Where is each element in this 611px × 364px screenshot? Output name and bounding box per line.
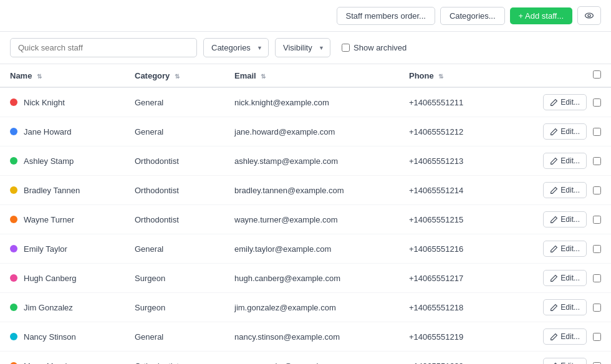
visibility-filter[interactable]: Visibility bbox=[275, 38, 330, 57]
show-archived-checkbox[interactable] bbox=[342, 44, 350, 52]
cell-name-4: Wayne Turner bbox=[0, 205, 125, 234]
staff-name-8: Nancy Stinson bbox=[24, 332, 76, 342]
search-input[interactable] bbox=[10, 38, 197, 57]
edit-button-6[interactable]: Edit... bbox=[543, 270, 587, 286]
cell-phone-5: +14065551216 bbox=[399, 234, 511, 264]
show-archived-text: Show archived bbox=[354, 43, 407, 52]
sort-icon-name: ⇅ bbox=[37, 73, 42, 80]
status-dot-0 bbox=[10, 98, 17, 106]
sort-icon-email: ⇅ bbox=[261, 73, 266, 80]
cell-actions-1: Edit... bbox=[511, 117, 611, 146]
cell-category-8: General bbox=[125, 322, 224, 352]
edit-icon-7 bbox=[550, 304, 558, 312]
visibility-filter-wrapper: Visibility bbox=[275, 38, 330, 57]
row-checkbox-7[interactable] bbox=[593, 304, 601, 312]
row-checkbox-4[interactable] bbox=[593, 216, 601, 224]
status-dot-4 bbox=[10, 216, 17, 223]
edit-icon-8 bbox=[550, 333, 558, 341]
staff-name-5: Emily Taylor bbox=[24, 244, 67, 254]
staff-name-3: Bradley Tannen bbox=[24, 186, 80, 195]
cell-name-1: Jane Howard bbox=[0, 117, 125, 146]
cell-phone-8: +14065551219 bbox=[399, 322, 511, 352]
edit-icon-6 bbox=[550, 274, 558, 282]
row-checkbox-6[interactable] bbox=[593, 274, 601, 282]
row-checkbox-3[interactable] bbox=[593, 186, 601, 194]
cell-email-5: emily.taylor@example.com bbox=[224, 234, 399, 264]
staff-table: Name ⇅ Category ⇅ Email ⇅ Phone ⇅ bbox=[0, 64, 611, 364]
svg-point-0 bbox=[585, 13, 594, 18]
row-checkbox-9[interactable] bbox=[593, 362, 601, 365]
edit-button-9[interactable]: Edit... bbox=[543, 358, 587, 364]
row-checkbox-5[interactable] bbox=[593, 245, 601, 253]
row-checkbox-2[interactable] bbox=[593, 157, 601, 165]
col-header-email: Email ⇅ bbox=[224, 64, 399, 87]
cell-name-7: Jim Gonzalez bbox=[0, 293, 125, 322]
status-dot-1 bbox=[10, 128, 17, 135]
cell-phone-7: +14065551218 bbox=[399, 293, 511, 322]
cell-category-0: General bbox=[125, 87, 224, 117]
col-header-phone: Phone ⇅ bbox=[399, 64, 511, 87]
cell-category-6: Surgeon bbox=[125, 264, 224, 293]
table-body: Nick Knight General nick.knight@example.… bbox=[0, 87, 611, 364]
categories-filter-wrapper: Categories bbox=[203, 38, 269, 57]
edit-button-2[interactable]: Edit... bbox=[543, 153, 587, 169]
cell-name-5: Emily Taylor bbox=[0, 234, 125, 264]
edit-button-4[interactable]: Edit... bbox=[543, 211, 587, 228]
cell-email-4: wayne.turner@example.com bbox=[224, 205, 399, 234]
svg-point-1 bbox=[588, 14, 590, 17]
status-dot-8 bbox=[10, 333, 17, 340]
cell-actions-4: Edit... bbox=[511, 205, 611, 234]
cell-category-2: Orthodontist bbox=[125, 146, 224, 176]
cell-actions-2: Edit... bbox=[511, 146, 611, 176]
eye-icon bbox=[584, 11, 594, 21]
cell-actions-5: Edit... bbox=[511, 234, 611, 264]
edit-icon-0 bbox=[550, 98, 558, 107]
categories-button[interactable]: Categories... bbox=[440, 7, 505, 25]
cell-email-9: marry.murphy@example.com bbox=[224, 352, 399, 365]
row-checkbox-1[interactable] bbox=[593, 128, 601, 136]
staff-name-1: Jane Howard bbox=[24, 127, 72, 136]
cell-category-5: General bbox=[125, 234, 224, 264]
edit-button-0[interactable]: Edit... bbox=[543, 94, 587, 110]
edit-button-3[interactable]: Edit... bbox=[543, 182, 587, 198]
col-header-actions bbox=[511, 64, 611, 87]
table-row: Nick Knight General nick.knight@example.… bbox=[0, 87, 611, 117]
cell-email-6: hugh.canberg@example.com bbox=[224, 264, 399, 293]
row-checkbox-0[interactable] bbox=[593, 98, 601, 107]
cell-actions-8: Edit... bbox=[511, 322, 611, 352]
row-checkbox-8[interactable] bbox=[593, 333, 601, 341]
edit-button-8[interactable]: Edit... bbox=[543, 328, 587, 345]
cell-email-7: jim.gonzalez@example.com bbox=[224, 293, 399, 322]
cell-actions-3: Edit... bbox=[511, 176, 611, 205]
sort-icon-phone: ⇅ bbox=[438, 73, 443, 80]
edit-button-1[interactable]: Edit... bbox=[543, 123, 587, 140]
edit-button-7[interactable]: Edit... bbox=[543, 299, 587, 315]
cell-actions-7: Edit... bbox=[511, 293, 611, 322]
cell-actions-0: Edit... bbox=[511, 87, 611, 117]
table-row: Hugh Canberg Surgeon hugh.canberg@exampl… bbox=[0, 264, 611, 293]
header-checkbox[interactable] bbox=[593, 70, 601, 79]
cell-phone-9: +14065551220 bbox=[399, 352, 511, 365]
cell-category-9: Orthodontist bbox=[125, 352, 224, 365]
visibility-toggle-button[interactable] bbox=[577, 6, 601, 25]
cell-name-2: Ashley Stamp bbox=[0, 146, 125, 176]
cell-phone-6: +14065551217 bbox=[399, 264, 511, 293]
categories-filter[interactable]: Categories bbox=[203, 38, 269, 57]
edit-icon-4 bbox=[550, 216, 558, 224]
filter-bar: Categories Visibility Show archived bbox=[0, 32, 611, 64]
staff-order-button[interactable]: Staff members order... bbox=[337, 7, 435, 25]
table-row: Emily Taylor General emily.taylor@exampl… bbox=[0, 234, 611, 264]
status-dot-7 bbox=[10, 304, 17, 311]
cell-phone-0: +14065551211 bbox=[399, 87, 511, 117]
edit-icon-2 bbox=[550, 157, 558, 165]
col-header-name: Name ⇅ bbox=[0, 64, 125, 87]
table-row: Marry Murphy Orthodontist marry.murphy@e… bbox=[0, 352, 611, 365]
cell-actions-6: Edit... bbox=[511, 264, 611, 293]
add-staff-button[interactable]: + Add staff... bbox=[510, 7, 572, 24]
edit-icon-3 bbox=[550, 186, 558, 194]
edit-button-5[interactable]: Edit... bbox=[543, 241, 587, 257]
table-row: Nancy Stinson General nancy.stinson@exam… bbox=[0, 322, 611, 352]
staff-name-7: Jim Gonzalez bbox=[24, 303, 73, 312]
show-archived-label[interactable]: Show archived bbox=[342, 43, 407, 52]
cell-name-6: Hugh Canberg bbox=[0, 264, 125, 293]
